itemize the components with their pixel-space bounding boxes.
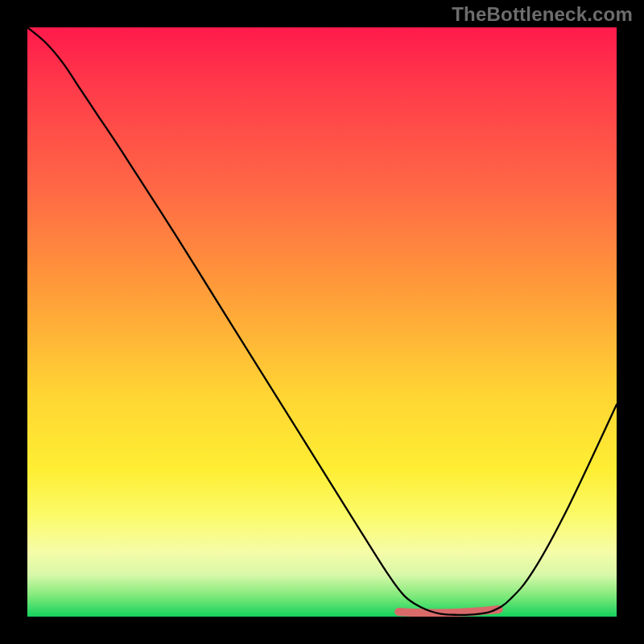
watermark-text: TheBottleneck.com xyxy=(452,3,633,26)
bottleneck-curve xyxy=(27,27,617,615)
curve-svg xyxy=(27,27,617,617)
plot-area xyxy=(27,27,617,617)
chart-frame: TheBottleneck.com xyxy=(0,0,644,644)
